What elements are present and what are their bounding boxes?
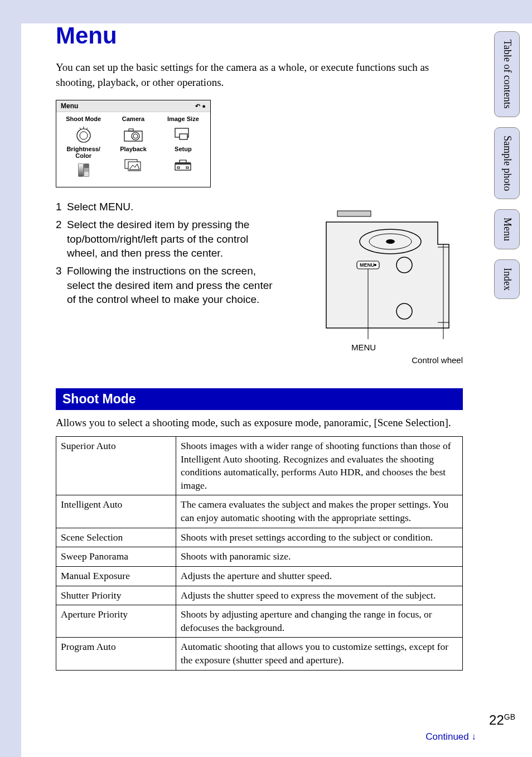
menu-label: Playback xyxy=(120,146,147,153)
step-num: 1 xyxy=(56,200,67,214)
image-size-icon xyxy=(171,126,195,143)
menu-item-playback: Playback xyxy=(110,146,156,179)
page-number: 22GB xyxy=(489,712,515,728)
page-number-suffix: GB xyxy=(504,712,515,721)
mode-dial-icon xyxy=(72,126,95,143)
menu-screen-header: Menu ↶ ● xyxy=(56,100,210,112)
svg-line-3 xyxy=(86,128,88,129)
mode-desc: Shoots by adjusting aperture and changin… xyxy=(176,605,463,638)
step-num: 2 xyxy=(56,218,67,261)
svg-rect-16 xyxy=(84,172,89,176)
playback-icon xyxy=(122,156,145,173)
main-content: Menu You can set up the basic settings f… xyxy=(56,22,463,671)
step-text: Select the desired item by pressing the … xyxy=(67,218,279,261)
section-intro: Allows you to select a shooting mode, su… xyxy=(56,416,463,431)
side-tabs: Table of contents Sample photo Menu Inde… xyxy=(494,31,520,299)
svg-point-0 xyxy=(77,129,90,142)
table-row: Sweep PanoramaShoots with panoramic size… xyxy=(56,547,463,567)
mode-desc: Adjusts the aperture and shutter speed. xyxy=(176,566,463,586)
menu-label: Shoot Mode xyxy=(66,115,101,123)
shoot-mode-table: Superior AutoShoots images with a wider … xyxy=(56,436,463,671)
left-purple-band xyxy=(0,0,21,757)
svg-rect-12 xyxy=(79,164,83,176)
page-number-value: 22 xyxy=(489,712,504,727)
top-purple-band xyxy=(0,0,532,23)
svg-point-29 xyxy=(374,264,376,266)
table-row: Intelligent AutoThe camera evaluates the… xyxy=(56,495,463,528)
svg-rect-14 xyxy=(84,164,89,168)
brightness-icon xyxy=(72,161,95,179)
menu-screenshot: Menu ↶ ● Shoot Mode Camera Image Size xyxy=(56,100,211,187)
table-row: Scene SelectionShoots with preset settin… xyxy=(56,528,463,547)
svg-point-26 xyxy=(386,239,395,244)
svg-rect-6 xyxy=(129,129,133,131)
svg-line-4 xyxy=(80,128,81,129)
mode-desc: Shoots images with a wider range of shoo… xyxy=(176,436,463,495)
mode-name: Shutter Priority xyxy=(56,586,176,605)
tab-sample-photo[interactable]: Sample photo xyxy=(494,127,520,200)
mode-desc: Adjusts the shutter speed to express the… xyxy=(176,586,463,605)
tab-index[interactable]: Index xyxy=(494,259,520,299)
page-title: Menu xyxy=(56,22,463,49)
table-row: Program AutoAutomatic shooting that allo… xyxy=(56,638,463,670)
table-row: Superior AutoShoots images with a wider … xyxy=(56,436,463,495)
continued-indicator: Continued ↓ xyxy=(425,731,476,742)
svg-rect-10 xyxy=(180,134,187,139)
step-text: Following the instructions on the screen… xyxy=(67,264,279,307)
menu-label: Brightness/ Color xyxy=(66,146,100,159)
menu-item-brightness: Brightness/ Color xyxy=(61,146,106,179)
svg-rect-15 xyxy=(84,168,89,172)
camera-diagram: MENU MENU Control wheel xyxy=(309,200,463,365)
back-icon: ↶ ● xyxy=(195,103,206,110)
mode-name: Sweep Panorama xyxy=(56,547,176,567)
step-2: 2Select the desired item by pressing the… xyxy=(56,218,279,261)
mode-name: Intelligent Auto xyxy=(56,495,176,528)
intro-text: You can set up the basic settings for th… xyxy=(56,60,463,90)
menu-item-image-size: Image Size xyxy=(161,115,206,143)
tab-menu[interactable]: Menu xyxy=(494,209,520,249)
mode-desc: Shoots with preset settings according to… xyxy=(176,528,463,547)
table-row: Manual ExposureAdjusts the aperture and … xyxy=(56,566,463,586)
step-3: 3Following the instructions on the scree… xyxy=(56,264,279,307)
menu-header-label: Menu xyxy=(61,102,78,110)
camera-icon xyxy=(122,126,145,143)
menu-label: Setup xyxy=(175,146,192,153)
mode-desc: The camera evaluates the subject and mak… xyxy=(176,495,463,528)
tab-toc[interactable]: Table of contents xyxy=(494,31,520,117)
menu-item-shoot-mode: Shoot Mode xyxy=(61,115,106,143)
toolbox-icon xyxy=(171,156,195,173)
menu-label: Image Size xyxy=(167,115,199,123)
table-row: Aperture PriorityShoots by adjusting ape… xyxy=(56,605,463,638)
menu-caption: MENU xyxy=(309,343,463,352)
mode-name: Program Auto xyxy=(56,638,176,670)
menu-item-camera: Camera xyxy=(110,115,156,143)
svg-point-1 xyxy=(80,132,88,139)
table-row: Shutter PriorityAdjusts the shutter spee… xyxy=(56,586,463,605)
menu-item-setup: Setup xyxy=(161,146,206,179)
step-num: 3 xyxy=(56,264,67,307)
svg-rect-23 xyxy=(337,211,371,216)
svg-rect-22 xyxy=(186,167,188,168)
svg-rect-21 xyxy=(177,167,180,168)
step-text: Select MENU. xyxy=(67,200,133,214)
control-wheel-caption: Control wheel xyxy=(309,355,463,365)
menu-label: Camera xyxy=(122,115,144,123)
svg-text:MENU: MENU xyxy=(360,262,375,268)
svg-rect-20 xyxy=(175,162,191,165)
mode-name: Aperture Priority xyxy=(56,605,176,638)
mode-name: Manual Exposure xyxy=(56,566,176,586)
mode-name: Scene Selection xyxy=(56,528,176,547)
section-title-bar: Shoot Mode xyxy=(56,388,463,410)
svg-point-8 xyxy=(133,134,138,138)
mode-desc: Automatic shooting that allows you to cu… xyxy=(176,638,463,670)
instruction-steps: 1Select MENU. 2Select the desired item b… xyxy=(56,200,279,310)
mode-name: Superior Auto xyxy=(56,436,176,495)
camera-illustration: MENU xyxy=(309,200,460,339)
svg-point-7 xyxy=(132,132,139,140)
mode-desc: Shoots with panoramic size. xyxy=(176,547,463,567)
step-1: 1Select MENU. xyxy=(56,200,279,214)
